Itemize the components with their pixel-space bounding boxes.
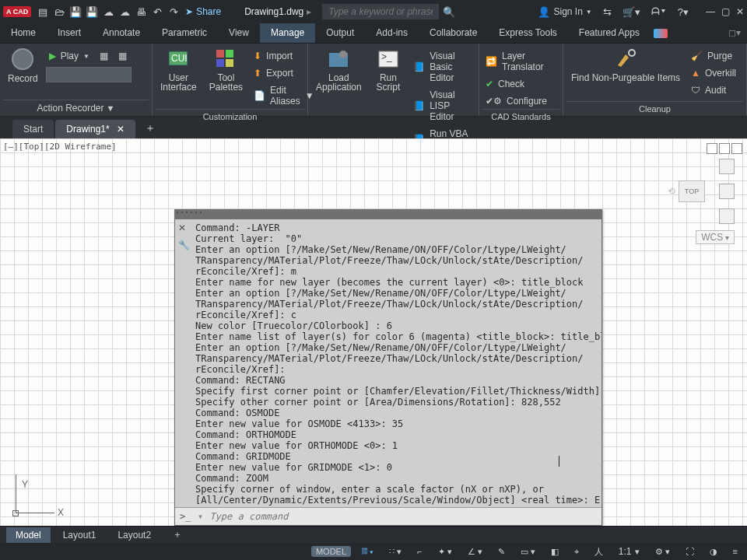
viewport-label[interactable]: [–][Top][2D Wireframe] bbox=[3, 142, 117, 152]
share-button[interactable]: ➤ Share bbox=[185, 6, 221, 17]
command-window-grip[interactable] bbox=[175, 210, 601, 219]
user-interface-button[interactable]: CUI User Interface bbox=[156, 45, 202, 95]
cloud-open-icon[interactable]: ☁ bbox=[101, 5, 115, 19]
viewport-min-icon[interactable] bbox=[707, 143, 717, 154]
help-icon[interactable]: ?▾ bbox=[678, 6, 689, 18]
tab-express[interactable]: Express Tools bbox=[488, 23, 567, 43]
status-snap-icon[interactable]: ∷ ▾ bbox=[384, 546, 406, 558]
cart-icon[interactable]: 🛒▾ bbox=[622, 6, 640, 18]
command-input[interactable] bbox=[209, 511, 597, 522]
plot-icon[interactable]: 🖶 bbox=[134, 5, 148, 19]
audit-button[interactable]: 🛡Audit bbox=[688, 82, 739, 98]
maximize-icon[interactable]: ▢ bbox=[721, 6, 730, 17]
cloud-save-icon[interactable]: ☁ bbox=[117, 5, 132, 19]
purge-button[interactable]: 🧹Purge bbox=[688, 48, 739, 64]
nav-compass-icon[interactable] bbox=[719, 208, 735, 224]
nav-home-icon[interactable] bbox=[719, 159, 735, 174]
layout-tab-layout2[interactable]: Layout2 bbox=[108, 527, 160, 543]
close-icon[interactable]: ✕ bbox=[736, 6, 744, 17]
status-transparency-icon[interactable]: ◧ bbox=[546, 546, 563, 558]
status-lwt-icon[interactable]: ▭ ▾ bbox=[516, 546, 540, 558]
status-max-icon[interactable]: ⛶ bbox=[681, 546, 699, 557]
status-grid-icon[interactable]: 𝄜 ▾ bbox=[357, 546, 378, 558]
viewport-max-icon[interactable] bbox=[719, 143, 730, 154]
save-icon[interactable]: 💾 bbox=[68, 5, 82, 19]
view-cube[interactable]: TOP bbox=[679, 180, 705, 202]
command-close-icon[interactable]: ✕ bbox=[178, 222, 188, 233]
layout-tab-model[interactable]: Model bbox=[6, 527, 51, 543]
saveas-icon[interactable]: 💾 bbox=[85, 5, 99, 19]
find-nonpurgeable-button[interactable]: Find Non-Purgeable Items bbox=[566, 45, 685, 86]
layout-tab-add[interactable]: ＋ bbox=[163, 526, 191, 544]
lisp-editor-button[interactable]: 📘Visual LISP Editor bbox=[410, 87, 475, 124]
macro-select[interactable] bbox=[46, 67, 132, 82]
export-button[interactable]: ⬆Export bbox=[251, 65, 317, 81]
tab-addins[interactable]: Add-ins bbox=[365, 23, 419, 43]
tab-featured[interactable]: Featured Apps bbox=[568, 23, 651, 43]
run-script-button[interactable]: >_ Run Script bbox=[370, 45, 407, 95]
tab-output[interactable]: Output bbox=[315, 23, 365, 43]
tab-insert[interactable]: Insert bbox=[47, 23, 92, 43]
status-ortho-icon[interactable]: ⌐ bbox=[412, 546, 426, 557]
layout-tab-layout1[interactable]: Layout1 bbox=[54, 527, 106, 543]
status-gear-icon[interactable]: ⚙ ▾ bbox=[651, 546, 675, 558]
status-polar-icon[interactable]: ✦ ▾ bbox=[433, 546, 457, 558]
nav-rotate-icon[interactable]: ⟲ bbox=[668, 186, 675, 197]
minimize-icon[interactable]: — bbox=[706, 6, 715, 17]
status-iso-icon[interactable]: ∠ ▾ bbox=[463, 546, 487, 558]
svg-text:>_: >_ bbox=[381, 51, 392, 62]
recorder-opt2-icon[interactable]: ▦ bbox=[116, 49, 130, 63]
load-application-button[interactable]: Load Application bbox=[311, 45, 366, 95]
status-anno-icon[interactable]: 人 bbox=[590, 545, 608, 558]
app-icon[interactable]: ᗩ▾ bbox=[651, 5, 667, 18]
tool-palettes-button[interactable]: Tool Palettes bbox=[205, 45, 247, 95]
run-script-icon: >_ bbox=[377, 48, 399, 70]
status-osnap-icon[interactable]: ✎ bbox=[493, 546, 510, 558]
import-button[interactable]: ⬇Import bbox=[251, 48, 317, 64]
status-cycle-icon[interactable]: ⌖ bbox=[570, 546, 584, 558]
tab-home[interactable]: Home bbox=[0, 23, 47, 43]
record-button[interactable]: Record bbox=[3, 45, 43, 87]
doc-tab-drawing1[interactable]: Drawing1* ✕ bbox=[55, 120, 135, 138]
status-isolate-icon[interactable]: ◑ bbox=[705, 546, 722, 558]
aliases-icon: 📄 bbox=[254, 90, 265, 101]
svg-rect-5 bbox=[226, 59, 233, 67]
vb-editor-button[interactable]: 📘Visual Basic Editor bbox=[410, 48, 475, 86]
share-icon: ➤ bbox=[185, 6, 193, 17]
overkill-button[interactable]: ▲Overkill bbox=[688, 65, 739, 81]
wcs-label[interactable]: WCS ▾ bbox=[696, 230, 735, 244]
keyword-search-input[interactable] bbox=[322, 4, 439, 19]
exchange-icon[interactable]: ⇆ bbox=[603, 6, 612, 18]
tab-annotate[interactable]: Annotate bbox=[92, 23, 151, 43]
tab-manage[interactable]: Manage bbox=[260, 23, 315, 43]
viewport-close-icon[interactable] bbox=[731, 143, 742, 154]
status-customize-icon[interactable]: ≡ bbox=[728, 546, 742, 557]
status-model-toggle[interactable]: MODEL bbox=[311, 546, 351, 557]
ribbon-collapse-icon[interactable]: ◻▾ bbox=[722, 23, 747, 43]
layer-translator-button[interactable]: 🔁Layer Translator bbox=[482, 48, 559, 75]
command-wrench-icon[interactable]: 🔧 bbox=[178, 240, 188, 250]
signin-button[interactable]: 👤 Sign In ▼ bbox=[538, 6, 591, 18]
nav-menu-icon[interactable] bbox=[719, 184, 735, 199]
doc-tab-start[interactable]: Start bbox=[12, 120, 54, 138]
recorder-opt1-icon[interactable]: ▦ bbox=[97, 49, 111, 63]
tab-parametric[interactable]: Parametric bbox=[151, 23, 218, 43]
redo-icon[interactable]: ↷ bbox=[167, 5, 181, 19]
edit-aliases-button[interactable]: 📄Edit Aliases ▼ bbox=[251, 82, 317, 109]
check-button[interactable]: ✔Check bbox=[482, 76, 559, 92]
new-icon[interactable]: ▤ bbox=[36, 5, 50, 19]
add-doc-tab[interactable]: ＋ bbox=[137, 118, 163, 138]
close-doc-icon[interactable]: ✕ bbox=[117, 124, 124, 135]
play-label: Play bbox=[61, 51, 79, 61]
status-scale[interactable]: 1:1 ▾ bbox=[614, 545, 644, 558]
panel-cleanup-label: Cleanup bbox=[566, 101, 743, 116]
command-window[interactable]: ✕ 🔧 Command: -LAYER Current layer: "0" E… bbox=[174, 209, 602, 526]
undo-icon[interactable]: ↶ bbox=[150, 5, 164, 19]
search-icon[interactable]: 🔍 bbox=[442, 5, 456, 19]
play-button[interactable]: ▶ Play ▼ bbox=[46, 48, 93, 64]
tab-view[interactable]: View bbox=[218, 23, 260, 43]
tab-collaborate[interactable]: Collaborate bbox=[419, 23, 488, 43]
open-icon[interactable]: 🗁 bbox=[52, 5, 66, 19]
cui-label: User Interface bbox=[160, 73, 197, 92]
configure-button[interactable]: ✔⚙Configure bbox=[482, 93, 559, 109]
